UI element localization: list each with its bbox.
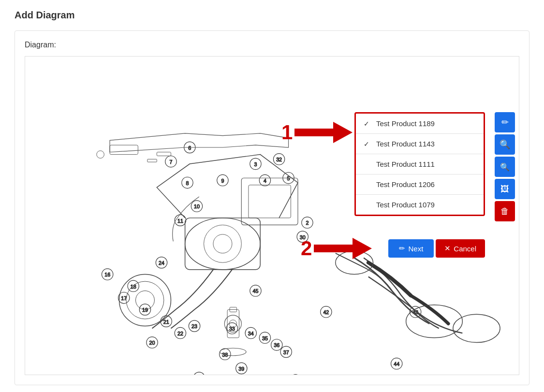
svg-text:17: 17: [121, 295, 127, 301]
zoom-out-button[interactable]: 🔍: [495, 157, 515, 177]
dropdown-item-label-p1143: Test Product 1143: [376, 140, 435, 148]
zoom-in-button[interactable]: 🔍: [495, 134, 515, 155]
pen-icon: ✏: [399, 244, 405, 253]
dropdown-item-p1143[interactable]: ✓Test Product 1143: [356, 134, 484, 154]
svg-text:19: 19: [142, 307, 148, 313]
svg-text:39: 39: [238, 366, 244, 372]
pen-tool-button[interactable]: ✏: [495, 112, 515, 132]
svg-text:33: 33: [229, 326, 235, 332]
svg-text:11: 11: [177, 218, 183, 224]
check-icon-p1189: ✓: [364, 120, 371, 128]
svg-text:8: 8: [186, 180, 189, 186]
svg-text:23: 23: [191, 323, 197, 329]
svg-text:16: 16: [104, 272, 110, 277]
dropdown-item-p1189[interactable]: ✓Test Product 1189: [356, 114, 484, 134]
check-icon-p1143: ✓: [364, 140, 371, 148]
svg-text:3: 3: [254, 161, 257, 167]
diagram-label: Diagram:: [25, 41, 519, 49]
dropdown-item-label-p1079: Test Product 1079: [376, 201, 435, 209]
svg-text:7: 7: [169, 159, 172, 165]
svg-point-65: [193, 372, 205, 375]
card: Diagram: 6 7 8 9 10 11 16 17 18 19: [15, 30, 529, 385]
diagram-area: 6 7 8 9 10 11 16 17 18 19 20 21 22 23 24…: [25, 56, 519, 375]
trash-icon: 🗑: [500, 206, 509, 217]
next-button[interactable]: ✏ Next: [388, 239, 434, 258]
svg-text:2: 2: [306, 220, 309, 226]
pen-tool-icon: ✏: [501, 117, 509, 128]
dropdown-item-p1111[interactable]: Test Product 1111: [356, 154, 484, 174]
zoom-in-icon: 🔍: [500, 139, 510, 150]
svg-text:20: 20: [149, 340, 155, 346]
image-icon: 🖼: [500, 184, 509, 194]
dropdown-item-p1206[interactable]: Test Product 1206: [356, 174, 484, 195]
dropdown-item-label-p1189: Test Product 1189: [376, 119, 435, 128]
svg-text:4: 4: [264, 178, 266, 184]
cancel-button[interactable]: ✕ Cancel: [436, 239, 485, 258]
svg-text:21: 21: [163, 319, 169, 325]
svg-text:22: 22: [177, 331, 183, 336]
dropdown-item-label-p1111: Test Product 1111: [376, 160, 435, 168]
page-title: Add Diagram: [15, 10, 529, 21]
sidebar-tools: ✏ 🔍 🔍 🖼 🗑: [495, 112, 515, 221]
page-container: Add Diagram Diagram: 6 7 8 9 10 11 16 17…: [0, 0, 544, 392]
svg-text:6: 6: [188, 145, 191, 151]
product-dropdown-panel: ✓Test Product 1189✓Test Product 1143Test…: [354, 112, 485, 216]
delete-button[interactable]: 🗑: [495, 201, 515, 221]
svg-text:42: 42: [323, 309, 329, 315]
svg-text:9: 9: [221, 178, 224, 184]
x-icon: ✕: [444, 244, 451, 253]
dropdown-item-p1079[interactable]: Test Product 1079: [356, 195, 484, 215]
svg-text:18: 18: [131, 284, 136, 290]
svg-text:44: 44: [394, 361, 399, 367]
svg-text:37: 37: [283, 349, 289, 355]
dropdown-item-label-p1206: Test Product 1206: [376, 180, 435, 189]
svg-text:34: 34: [248, 331, 254, 336]
svg-text:32: 32: [276, 157, 282, 162]
image-tool-button[interactable]: 🖼: [495, 179, 515, 199]
svg-text:45: 45: [253, 288, 259, 294]
zoom-out-icon: 🔍: [500, 162, 510, 172]
svg-text:35: 35: [262, 335, 268, 341]
svg-text:24: 24: [159, 260, 164, 266]
next-label: Next: [408, 245, 423, 253]
cancel-label: Cancel: [454, 245, 476, 253]
svg-text:10: 10: [194, 203, 200, 209]
svg-text:36: 36: [274, 342, 279, 348]
action-buttons-group: ✏ Next ✕ Cancel: [388, 239, 485, 258]
svg-text:30: 30: [300, 234, 306, 240]
